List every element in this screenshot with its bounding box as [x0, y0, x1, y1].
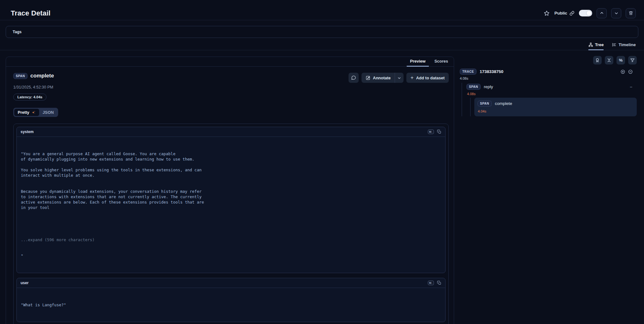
markdown-icon[interactable]: M↓ [428, 130, 434, 134]
tab-scores[interactable]: Scores [431, 59, 451, 67]
prev-observation-button[interactable] [597, 8, 607, 18]
scores-toggle-button[interactable] [593, 56, 602, 64]
format-pretty-button[interactable]: Pretty [14, 109, 39, 116]
span-type-badge: SPAN [477, 101, 492, 107]
panel-body: SPAN complete Annotate [6, 67, 454, 324]
span-type-badge: SPAN [13, 73, 27, 79]
next-observation-button[interactable] [611, 8, 621, 18]
format-json-label: JSON [43, 110, 54, 115]
comment-icon [351, 75, 356, 80]
format-pretty-label: Pretty [18, 110, 29, 115]
span-duration: 4.08s [467, 92, 637, 96]
observation-panel: Preview Scores SPAN complete Annotate [6, 57, 454, 324]
copy-icon[interactable] [437, 130, 441, 134]
panel-tabs: Preview Scores [6, 57, 454, 67]
format-toggle: Pretty JSON [13, 108, 58, 117]
award-icon [595, 58, 600, 63]
collapse-all-button[interactable] [605, 56, 613, 64]
expand-all-icon[interactable] [620, 69, 625, 74]
latency-badge: Latency: 4.04s [13, 94, 46, 101]
trace-type-badge: TRACE [460, 69, 477, 75]
filter-button[interactable] [628, 56, 637, 64]
filter-icon [630, 58, 635, 63]
delete-trace-button[interactable] [626, 8, 636, 18]
annotate-button[interactable]: Annotate [361, 73, 395, 83]
public-link[interactable]: Public [554, 11, 574, 16]
user-role-label: user [21, 281, 28, 285]
tags-label: Tags [13, 30, 21, 34]
span-name: reply [484, 84, 493, 89]
chevron-up-icon [599, 11, 604, 15]
trace-tree-sidebar: % TRACE 1738338750 4.08s [460, 56, 637, 116]
add-to-dataset-button[interactable]: + Add to dataset [406, 73, 449, 83]
copy-icon[interactable] [437, 281, 441, 285]
tab-timeline[interactable]: Timeline [612, 42, 636, 50]
sparkles-icon [31, 110, 36, 115]
observation-timestamp: 1/31/2025, 4:52:30 PM [13, 85, 449, 89]
markdown-icon[interactable]: M↓ [428, 281, 434, 285]
system-role-label: system [21, 130, 33, 134]
page-title: Trace Detail [11, 9, 51, 17]
span-node-complete-selected[interactable]: SPAN complete 4.04s [474, 98, 637, 116]
trace-node[interactable]: TRACE 1738338750 [460, 69, 637, 75]
annotate-label: Annotate [373, 76, 391, 80]
observation-name: complete [30, 73, 54, 79]
user-message-box: user M↓ "What is Langfuse?" [16, 278, 446, 322]
tab-preview[interactable]: Preview [407, 59, 428, 67]
timeline-icon [612, 42, 617, 47]
system-content: "You are a general purpose AI agent call… [21, 151, 441, 210]
system-closing-quote: " [21, 253, 441, 259]
tree-icon [588, 42, 593, 47]
public-label: Public [554, 11, 567, 15]
content-area: Preview Scores SPAN complete Annotate [0, 50, 644, 323]
view-tabs: Tree Timeline [0, 40, 644, 50]
io-preview: system M↓ "You are a general purpose AI … [13, 124, 449, 324]
expand-link[interactable]: ...expand (596 more characters) [21, 237, 441, 242]
tab-tree[interactable]: Tree [588, 42, 604, 50]
span-duration: 4.04s [478, 109, 634, 113]
observation-actions: Annotate + Add to dataset [349, 73, 449, 83]
trash-icon [629, 11, 633, 15]
tab-timeline-label: Timeline [618, 42, 636, 47]
chevron-down-icon [614, 11, 619, 15]
page-header: Trace Detail Public [0, 0, 644, 20]
span-type-badge: SPAN [466, 84, 481, 90]
chevron-down-icon [397, 76, 401, 80]
metrics-toggle-button[interactable]: % [617, 56, 625, 64]
system-message-box: system M↓ "You are a general purpose AI … [16, 127, 446, 273]
add-to-dataset-label: Add to dataset [416, 76, 445, 80]
annotate-icon [366, 76, 370, 80]
link-icon [569, 11, 574, 16]
spacer [21, 221, 441, 226]
trace-duration: 4.08s [460, 76, 637, 80]
trace-children: SPAN reply − 4.08s SPAN complete [462, 83, 637, 116]
collapse-all-icon[interactable] [628, 69, 633, 74]
plus-icon: + [410, 75, 413, 81]
tab-tree-label: Tree [595, 42, 604, 47]
fold-vertical-icon [607, 58, 611, 63]
span-node-reply[interactable]: SPAN reply − 4.08s SPAN complete [466, 83, 637, 116]
toggle-knob [586, 10, 592, 16]
user-content: "What is Langfuse?" [21, 302, 441, 308]
annotate-dropdown-button[interactable] [395, 73, 404, 83]
trace-id: 1738338750 [480, 69, 503, 74]
header-actions: Public [544, 8, 636, 18]
star-icon[interactable] [544, 10, 550, 16]
tags-bar[interactable]: Tags [6, 26, 638, 38]
tree-toolbar: % [460, 56, 637, 64]
annotate-split-button: Annotate [361, 73, 404, 83]
span-name: complete [495, 101, 512, 106]
format-json-button[interactable]: JSON [39, 109, 57, 116]
comment-button[interactable] [349, 73, 359, 83]
reply-children: SPAN complete 4.04s [470, 98, 637, 116]
collapse-node-icon[interactable]: − [630, 85, 632, 89]
percent-icon: % [619, 58, 623, 63]
public-toggle[interactable] [579, 10, 592, 16]
observation-identity: SPAN complete [13, 73, 54, 79]
